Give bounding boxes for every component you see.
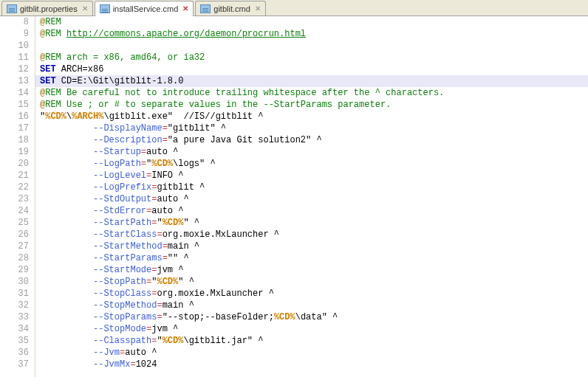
tab-gitblit-properties[interactable]: gitblit.properties ✕ [1,1,93,15]
tab-label: gitblit.properties [20,4,78,13]
code-line: --StartPath="%CD%" ^ [35,217,588,229]
close-icon[interactable]: ✕ [82,5,88,13]
close-icon[interactable]: ✕ [255,5,261,13]
code-line: @REM http://commons.apache.org/daemon/pr… [35,28,588,40]
code-line: --StartClass=org.moxie.MxLauncher ^ [35,229,588,241]
code-line: --StartMode=jvm ^ [35,264,588,276]
tab-label: gitblit.cmd [213,4,250,13]
code-line: --LogPath="%CD%\logs" ^ [35,158,588,170]
file-icon [100,4,110,13]
line-number-gutter: 8910111213141516171819202122232425262728… [0,16,35,377]
code-line: --StopPath="%CD%" ^ [35,276,588,288]
code-line: --StopParams="--stop;--baseFolder;%CD%\d… [35,311,588,323]
tab-bar: gitblit.properties ✕ installService.cmd … [0,0,588,16]
code-line: @REM Be careful not to introduce trailin… [35,87,588,99]
code-line: @REM arch = x86, amd64, or ia32 [35,52,588,63]
code-line: --StartParams="" ^ [35,252,588,264]
code-line: --StartMethod=main ^ [35,241,588,252]
code-line: SET ARCH=x86 [35,63,588,75]
code-line: --JvmMx=1024 [35,359,588,370]
code-line: --LogPrefix=gitblit ^ [35,181,588,193]
code-line: --StopClass=org.moxie.MxLauncher ^ [35,288,588,300]
close-icon[interactable]: ✕ [182,5,188,13]
code-line: --StopMode=jvm ^ [35,323,588,335]
file-icon [200,4,211,13]
code-line: @REM Use ; or # to separate values in th… [35,99,588,111]
code-line: --StdError=auto ^ [35,205,588,217]
code-area[interactable]: @REM@REM http://commons.apache.org/daemo… [35,16,588,377]
code-line: "%CD%\%ARCH%\gitblit.exe" //IS//gitblit … [35,111,588,122]
code-line [35,40,588,52]
code-line: --StdOutput=auto ^ [35,193,588,205]
tab-install-service[interactable]: installService.cmd ✕ [95,1,194,16]
code-line: SET CD=E:\Git\gitblit-1.8.0 [35,75,588,87]
code-line: --Startup=auto ^ [35,146,588,158]
code-line: --StopMethod=main ^ [35,300,588,311]
tab-gitblit-cmd[interactable]: gitblit.cmd ✕ [195,1,266,15]
code-line: --DisplayName="gitblit" ^ [35,122,588,134]
code-line: --Classpath="%CD%\gitblit.jar" ^ [35,335,588,347]
tab-label: installService.cmd [113,4,179,13]
file-icon [7,4,17,13]
code-line: --LogLevel=INFO ^ [35,170,588,181]
code-line: --Jvm=auto ^ [35,347,588,359]
editor: 8910111213141516171819202122232425262728… [0,16,588,377]
code-line: @REM [35,16,588,28]
code-line: --Description="a pure Java Git solution2… [35,134,588,146]
